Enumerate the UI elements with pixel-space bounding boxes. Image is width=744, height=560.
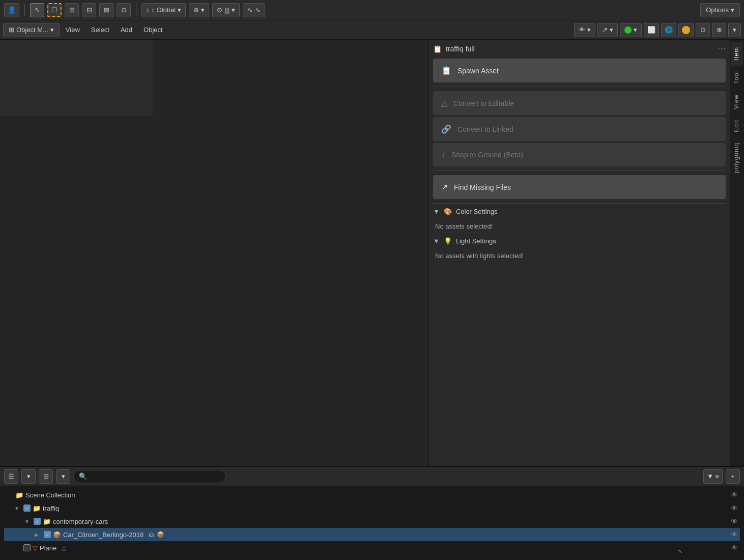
vtab-item[interactable]: Item — [731, 42, 743, 66]
outliner-mode-btn[interactable]: ☰ — [4, 469, 18, 484]
light-settings-icon: 💡 — [444, 237, 452, 245]
berlingo-checkbox[interactable]: ✓ — [44, 531, 51, 538]
viewport-right-icons: 👁 ▾ ↗ ▾ ▾ ⬜ 🌐 ⊙ ⊕ ▾ — [574, 23, 741, 37]
tree-plane[interactable]: ▽ Plane △ 👁 — [4, 541, 740, 554]
convert-linked-label: Convert to Linked — [457, 125, 513, 133]
box-select-tool[interactable]: ☐ — [47, 3, 62, 17]
pivot-arrow: ▾ — [201, 6, 205, 14]
color-settings-arrow: ▼ — [433, 208, 440, 215]
outliner-add-btn[interactable]: + — [726, 469, 740, 484]
render-properties[interactable]: ⬜ — [644, 23, 659, 37]
select-menu[interactable]: Select — [86, 23, 115, 37]
tool5[interactable]: ⊙ — [117, 3, 131, 17]
light-settings-header[interactable]: ▼ 💡 Light Settings — [433, 237, 726, 245]
object-menu[interactable]: Object — [138, 23, 168, 37]
viewport-extra[interactable]: ▾ — [728, 23, 741, 37]
yellow-dot — [682, 26, 690, 34]
scene-collection-eye[interactable]: 👁 — [731, 491, 738, 499]
contemporary-cars-eye[interactable]: 👁 — [731, 517, 738, 525]
camera-icon: 👁 — [579, 26, 585, 34]
spawn-asset-label: Spawn Asset — [457, 67, 499, 75]
panel-header-icon: 📋 — [433, 45, 442, 53]
sep2 — [136, 4, 136, 16]
workspace-icon[interactable]: 👤 — [4, 3, 19, 17]
convert-editable-button[interactable]: △ Convert to Editable — [433, 91, 726, 115]
transform-dropdown[interactable]: ↕ ↕ Global ▾ — [141, 3, 186, 17]
right-panel: 📋 traffiq full ⋯ 📋 Spawn Asset △ Convert… — [428, 40, 744, 466]
tool2[interactable]: ⊞ — [65, 3, 79, 17]
options-arrow: ▾ — [731, 6, 734, 14]
3d-viewport[interactable]: User Perspective (1) traffiq | Car_Citro… — [0, 40, 428, 466]
outliner-filter-icon[interactable]: ▼ ≡ — [703, 469, 723, 484]
panel-title: traffiq full — [446, 45, 475, 53]
tree-car-berlingo[interactable]: ▶ ✓ 📦 Car_Citroen_Berlingo-2018 🗂 📦 👁 — [4, 528, 740, 541]
cursor-tool[interactable]: ↖ — [30, 3, 44, 17]
shading-arrow: ▾ — [610, 26, 613, 34]
transform-icon: ↕ — [146, 6, 150, 14]
add-menu[interactable]: Add — [116, 23, 137, 37]
transform-arrow: ▾ — [178, 6, 181, 14]
contemporary-cars-arrow: ▼ — [24, 519, 32, 524]
vertical-tabs: Item Tool View Edit polygoniq — [730, 40, 744, 466]
vtab-view[interactable]: View — [731, 89, 743, 115]
outliner-view2-btn[interactable]: ▾ — [56, 469, 70, 484]
tree-contemporary-cars[interactable]: ▼ ✓ 📁 contemporary-cars 👁 — [4, 515, 740, 528]
vtab-tool[interactable]: Tool — [731, 66, 743, 89]
options-button[interactable]: Options ▾ — [700, 3, 740, 17]
tree-scene-collection[interactable]: 📁 Scene Collection 👁 — [4, 488, 740, 501]
tool3[interactable]: ⊟ — [82, 3, 96, 17]
camera-dropdown[interactable]: 👁 ▾ — [574, 23, 595, 37]
proportional-dropdown[interactable]: ∿ ∿ — [243, 3, 265, 17]
snap-icon: ⊙ — [217, 6, 222, 14]
convert-editable-icon: △ — [441, 98, 447, 108]
berlingo-eye[interactable]: 👁 — [731, 530, 738, 539]
traffiq-icon: 📁 — [33, 505, 41, 512]
viewport-btn3[interactable] — [678, 23, 694, 37]
camera-arrow: ▾ — [587, 26, 591, 34]
plane-checkbox[interactable] — [23, 544, 31, 551]
snap-ground-button[interactable]: ↓ Snap to Ground (Beta) — [433, 143, 726, 166]
traffiq-arrow: ▼ — [14, 506, 21, 511]
options-label: Options — [706, 6, 729, 14]
tree-traffiq[interactable]: ▼ ✓ 📁 traffiq 👁 — [4, 501, 740, 515]
overlay-arrow: ▾ — [634, 26, 637, 34]
traffiq-eye[interactable]: 👁 — [731, 504, 738, 512]
overlay-active-dot — [624, 26, 632, 34]
proportional-icon: ∿ — [247, 6, 253, 14]
panel-content: 📋 traffiq full ⋯ 📋 Spawn Asset △ Convert… — [429, 40, 730, 466]
sep-2 — [433, 171, 726, 171]
outliner-view-btn[interactable]: ⊞ — [39, 469, 53, 484]
outliner-search[interactable]: 🔍 — [73, 470, 226, 483]
plane-label: Plane — [40, 544, 56, 552]
spawn-asset-button[interactable]: 📋 Spawn Asset — [433, 59, 726, 82]
snap-dropdown[interactable]: ⊙ ||| ▾ — [212, 3, 240, 17]
mode-dropdown[interactable]: ⊞ Object M... ▾ — [3, 23, 60, 37]
viewport-btn5[interactable]: ⊕ — [712, 23, 726, 37]
sep-3 — [433, 203, 726, 204]
panel-more-btn[interactable]: ⋯ — [718, 44, 726, 53]
color-settings-label: Color Settings — [456, 208, 498, 215]
berlingo-arrow: ▶ — [35, 532, 42, 538]
find-missing-button[interactable]: ↗ Find Missing Files — [433, 175, 726, 199]
viewport-btn4[interactable]: ⊙ — [696, 23, 710, 37]
snap-ground-icon: ↓ — [441, 150, 445, 159]
color-settings-header[interactable]: ▼ 🎨 Color Settings — [433, 208, 726, 215]
viewport-shading-dropdown[interactable]: ↗ ▾ — [597, 23, 618, 37]
convert-editable-label: Convert to Editable — [453, 99, 514, 107]
light-settings-status: No assets with lights selected! — [433, 249, 726, 263]
overlay-dropdown[interactable]: ▾ — [620, 23, 642, 37]
view-menu[interactable]: View — [61, 23, 85, 37]
vtab-polygoniq[interactable]: polygoniq — [731, 137, 743, 178]
viewport-btn2[interactable]: 🌐 — [661, 23, 676, 37]
tool4[interactable]: ⊠ — [99, 3, 113, 17]
contemporary-cars-checkbox[interactable]: ✓ — [34, 518, 41, 525]
sep1 — [24, 4, 25, 16]
traffiq-checkbox[interactable]: ✓ — [23, 505, 31, 512]
plane-eye[interactable]: 👁 — [731, 544, 738, 552]
vtab-edit[interactable]: Edit — [731, 115, 743, 137]
outliner-filter-btn[interactable]: ▾ — [21, 469, 36, 484]
berlingo-label: Car_Citroen_Berlingo-2018 — [63, 531, 144, 539]
convert-linked-button[interactable]: 🔗 Convert to Linked — [433, 117, 726, 141]
search-icon: 🔍 — [79, 472, 87, 480]
pivot-dropdown[interactable]: ⊕ ▾ — [189, 3, 209, 17]
